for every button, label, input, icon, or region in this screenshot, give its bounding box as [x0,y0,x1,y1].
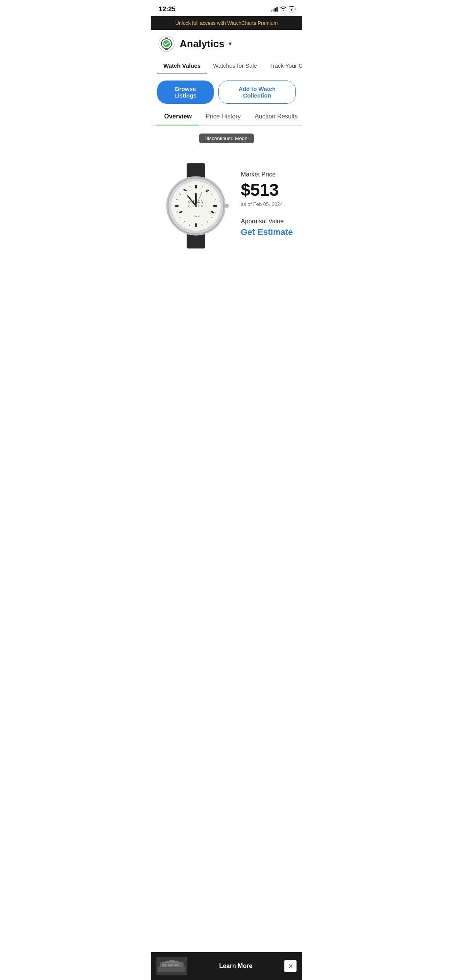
app-title-row[interactable]: Analytics ▼ [180,38,233,50]
top-nav-track-collection[interactable]: Track Your Collection [263,58,302,74]
top-nav-watches-for-sale[interactable]: Watches for Sale [207,58,263,74]
watch-detail: Ω OMEGA AUTOMATIC Geneve Market Price [157,160,296,253]
sub-nav-auction-results[interactable]: Auction Results [248,108,302,126]
promo-banner[interactable]: Unlock full access with WatchCharts Prem… [151,16,302,30]
app-header: Analytics ▼ [151,30,302,58]
content-area: Discontinued Model [151,126,302,261]
signal-icon [271,7,278,12]
svg-rect-46 [225,204,229,207]
market-price-label: Market Price [241,171,296,178]
app-title: Analytics [180,38,225,50]
top-nav-watch-values[interactable]: Watch Values [157,58,207,74]
svg-rect-23 [215,206,217,206]
sub-nav-price-history[interactable]: Price History [199,108,248,126]
svg-text:Geneve: Geneve [192,214,201,218]
svg-rect-5 [187,163,205,178]
discontinued-badge: Discontinued Model [199,134,254,143]
watch-image-container: Ω OMEGA AUTOMATIC Geneve [157,163,235,250]
action-buttons: Browse Listings Add to Watch Collection [151,74,302,108]
top-nav: Watch Values Watches for Sale Track Your… [151,58,302,74]
svg-rect-11 [195,185,197,188]
dropdown-arrow-icon: ▼ [228,41,233,47]
status-icons: 7 [271,6,294,12]
get-estimate-link[interactable]: Get Estimate [241,227,296,237]
svg-rect-33 [175,206,177,206]
status-time: 12:25 [159,5,175,13]
sub-nav-overview[interactable]: Overview [157,108,199,126]
browse-listings-button[interactable]: Browse Listings [157,81,214,104]
battery-icon: 7 [289,6,294,12]
svg-point-45 [195,205,197,207]
app-logo [158,35,175,52]
status-bar: 12:25 7 [151,0,302,16]
watch-image: Ω OMEGA AUTOMATIC Geneve [157,163,235,248]
badge-row: Discontinued Model [157,134,296,152]
wifi-icon [280,6,287,12]
watch-info: Market Price $513 as of Feb 05, 2024 App… [241,163,296,237]
market-price-date: as of Feb 05, 2024 [241,201,296,207]
sub-nav: Overview Price History Auction Results A… [151,108,302,126]
market-price-value: $513 [241,180,296,200]
svg-rect-28 [196,225,196,227]
appraisal-label: Appraisal Value [241,218,296,225]
add-to-collection-button[interactable]: Add to Watch Collection [218,81,296,104]
svg-rect-6 [187,234,205,248]
